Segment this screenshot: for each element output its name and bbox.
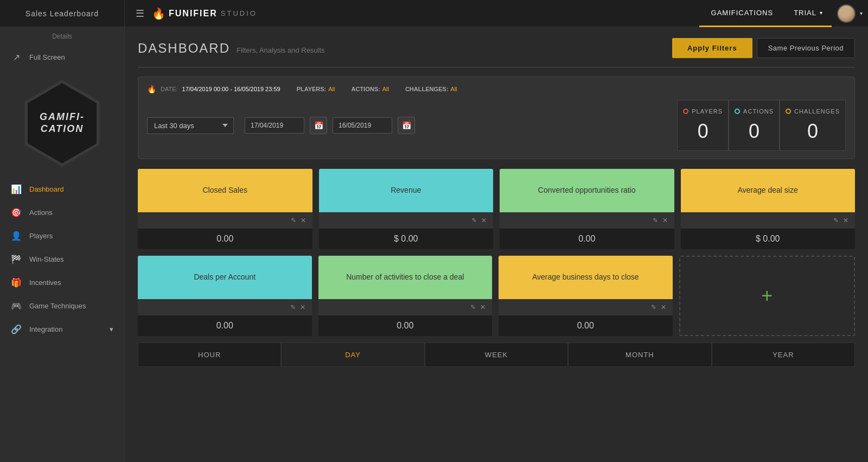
- metric-revenue-actions: ✎ ✕: [319, 212, 494, 229]
- metric-revenue-header: Revenue: [319, 169, 494, 212]
- edit-closed-sales-button[interactable]: ✎: [291, 217, 296, 224]
- players-icon: 👤: [11, 231, 22, 241]
- avatar: [837, 4, 856, 23]
- delete-num-activities-button[interactable]: ✕: [480, 303, 486, 311]
- delete-closed-sales-button[interactable]: ✕: [301, 217, 306, 224]
- user-avatar-area[interactable]: ▾: [832, 4, 868, 23]
- metric-num-activities: Number of activities to close a deal ✎ ✕…: [318, 256, 493, 336]
- calendar-start-button[interactable]: 📅: [310, 117, 327, 134]
- edit-avg-days-button[interactable]: ✎: [651, 303, 656, 311]
- stat-challenges-label: CHALLENGES: [786, 108, 840, 115]
- sidebar-logo: GAMIFI-CATION: [0, 69, 124, 172]
- edit-deals-per-account-button[interactable]: ✎: [290, 303, 296, 311]
- sidebar: Details ↗ Full Screen GAMIFI-CATION 📊 Da…: [0, 27, 125, 462]
- stat-actions-value: 0: [749, 120, 760, 143]
- edit-revenue-button[interactable]: ✎: [471, 217, 477, 224]
- tab-day[interactable]: DAY: [281, 343, 424, 367]
- metrics-row-2: Deals per Account ✎ ✕ 0.00 Number of act…: [138, 256, 855, 336]
- edit-avg-deal-size-button[interactable]: ✎: [833, 217, 839, 224]
- metric-revenue-value: $ 0.00: [319, 229, 494, 249]
- metric-deals-per-account-header: Deals per Account: [138, 256, 312, 299]
- actions-icon: 🎯: [11, 207, 22, 218]
- delete-avg-days-button[interactable]: ✕: [661, 303, 666, 311]
- delete-revenue-button[interactable]: ✕: [481, 217, 487, 224]
- sidebar-item-integration[interactable]: 🔗 Integration ▾: [0, 318, 124, 341]
- metric-avg-deal-size-header: Average deal size: [681, 169, 856, 212]
- dashboard-subtitle: Filters, Analysis and Results: [237, 46, 325, 54]
- metric-converted-opps-actions: ✎ ✕: [500, 212, 674, 229]
- tab-hour[interactable]: HOUR: [138, 343, 281, 367]
- sidebar-item-incentives[interactable]: 🎁 Incentives: [0, 271, 124, 294]
- metric-converted-opps-value: 0.00: [500, 229, 674, 249]
- brand-sub: STUDIO: [221, 9, 257, 17]
- dashboard-title-area: DASHBOARD Filters, Analysis and Results: [138, 41, 325, 56]
- sidebar-item-win-states[interactable]: 🏁 Win-States: [0, 248, 124, 271]
- win-states-icon: 🏁: [11, 254, 22, 264]
- delete-deals-per-account-button[interactable]: ✕: [300, 303, 305, 311]
- actions-dot: [735, 109, 740, 114]
- tab-month[interactable]: MONTH: [568, 343, 711, 367]
- dashboard-actions: Apply Filters Same Previous Period: [672, 38, 855, 58]
- edit-converted-opps-button[interactable]: ✎: [653, 217, 658, 224]
- sidebar-fullscreen[interactable]: ↗ Full Screen: [0, 46, 124, 69]
- metric-avg-deal-size-actions: ✎ ✕: [681, 212, 856, 229]
- metric-num-activities-header: Number of activities to close a deal: [318, 256, 493, 299]
- filter-bar: 🔥 DATE: 17/04/2019 00:00 - 16/05/2019 23…: [138, 77, 855, 159]
- date-range-inputs: 📅 📅: [245, 117, 415, 134]
- metric-avg-days-value: 0.00: [499, 315, 673, 336]
- same-period-button[interactable]: Same Previous Period: [757, 38, 855, 58]
- dashboard-title: DASHBOARD: [138, 41, 230, 56]
- metric-deals-per-account-value: 0.00: [138, 315, 312, 336]
- top-nav-right: GAMIFICATIONS TRIAL ▾ ▾: [699, 0, 868, 27]
- hex-logo: GAMIFI-CATION: [19, 80, 106, 167]
- metric-avg-days: Average business days to close ✎ ✕ 0.00: [499, 256, 673, 336]
- nav-trial[interactable]: TRIAL ▾: [785, 0, 832, 27]
- metric-revenue: Revenue ✎ ✕ $ 0.00: [319, 169, 494, 249]
- filter-actions-pill: ACTIONS: All: [351, 86, 388, 92]
- metric-deals-per-account: Deals per Account ✎ ✕ 0.00: [138, 256, 312, 336]
- sidebar-item-actions[interactable]: 🎯 Actions: [0, 201, 124, 224]
- incentives-icon: 🎁: [11, 277, 22, 288]
- add-metric-card[interactable]: +: [679, 256, 856, 336]
- avatar-chevron-icon: ▾: [860, 10, 863, 16]
- metric-avg-deal-size: Average deal size ✎ ✕ $ 0.00: [681, 169, 856, 249]
- sidebar-item-dashboard[interactable]: 📊 Dashboard: [0, 178, 124, 201]
- tab-week[interactable]: WEEK: [425, 343, 568, 367]
- date-start-input[interactable]: [245, 117, 304, 134]
- metric-converted-opps: Converted opportunities ratio ✎ ✕ 0.00: [500, 169, 674, 249]
- menu-icon[interactable]: ☰: [136, 8, 144, 20]
- challenges-dot: [786, 109, 791, 114]
- filter-challenges-pill: CHALLENGES: All: [405, 86, 457, 92]
- dashboard-icon: 📊: [11, 184, 22, 194]
- delete-avg-deal-size-button[interactable]: ✕: [843, 217, 848, 224]
- filter-top-row: 🔥 DATE: 17/04/2019 00:00 - 16/05/2019 23…: [147, 85, 846, 93]
- stat-challenges-value: 0: [807, 120, 818, 143]
- metric-avg-deal-size-value: $ 0.00: [681, 229, 856, 249]
- hex-logo-text: GAMIFI-CATION: [40, 111, 85, 135]
- integration-chevron-icon: ▾: [110, 325, 113, 333]
- metric-closed-sales-header: Closed Sales: [138, 169, 312, 212]
- edit-num-activities-button[interactable]: ✎: [470, 303, 476, 311]
- brand-logo: 🔥 FUNIFIER STUDIO: [152, 7, 257, 20]
- top-nav: Sales Leaderboard ☰ 🔥 FUNIFIER STUDIO GA…: [0, 0, 868, 27]
- apply-filters-button[interactable]: Apply Filters: [672, 38, 752, 58]
- stat-players-label: PLAYERS: [683, 108, 723, 115]
- sidebar-item-game-techniques[interactable]: 🎮 Game Techniques: [0, 294, 124, 318]
- calendar-start-icon: 📅: [314, 121, 323, 130]
- game-techniques-icon: 🎮: [11, 301, 22, 311]
- filter-date-display: 🔥 DATE: 17/04/2019 00:00 - 16/05/2019 23…: [147, 85, 280, 93]
- calendar-end-button[interactable]: 📅: [398, 117, 415, 134]
- separator: [138, 67, 855, 68]
- date-range-select[interactable]: Last 30 days Last 7 days Last 90 days Cu…: [147, 117, 234, 134]
- metric-deals-per-account-actions: ✎ ✕: [138, 299, 312, 315]
- metric-closed-sales-actions: ✎ ✕: [138, 212, 312, 229]
- sidebar-item-players[interactable]: 👤 Players: [0, 224, 124, 248]
- metric-num-activities-value: 0.00: [318, 315, 493, 336]
- delete-converted-opps-button[interactable]: ✕: [662, 217, 668, 224]
- nav-gamifications[interactable]: GAMIFICATIONS: [699, 0, 786, 27]
- tab-year[interactable]: YEAR: [712, 343, 855, 367]
- chevron-down-icon: ▾: [820, 10, 823, 16]
- sidebar-details-link[interactable]: Details: [0, 27, 124, 46]
- brand-area: ☰ 🔥 FUNIFIER STUDIO: [125, 7, 699, 20]
- date-end-input[interactable]: [333, 117, 392, 134]
